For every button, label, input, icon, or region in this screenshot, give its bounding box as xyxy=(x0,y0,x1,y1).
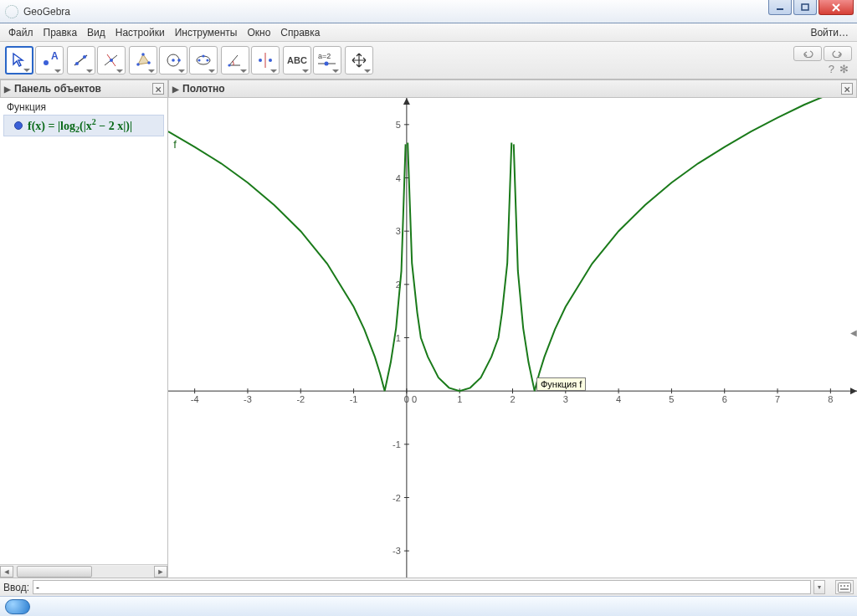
svg-point-19 xyxy=(206,59,208,61)
triangle-right-icon: ▶ xyxy=(172,85,179,94)
svg-point-21 xyxy=(228,64,230,66)
svg-text:4: 4 xyxy=(396,173,401,183)
command-input[interactable] xyxy=(33,580,811,594)
triangle-right-icon: ▶ xyxy=(4,85,11,94)
tool-circle[interactable] xyxy=(159,46,187,74)
undo-button[interactable] xyxy=(793,46,822,61)
svg-text:-1: -1 xyxy=(393,439,401,449)
svg-text:4: 4 xyxy=(616,394,621,404)
svg-text:-3: -3 xyxy=(393,546,401,556)
menu-view[interactable]: Вид xyxy=(82,25,110,40)
tool-point[interactable]: A xyxy=(35,46,64,74)
scroll-right-arrow[interactable]: ► xyxy=(154,566,167,578)
svg-text:8: 8 xyxy=(828,394,833,404)
tool-perpendicular[interactable] xyxy=(97,46,126,74)
svg-text:3: 3 xyxy=(563,394,568,404)
tool-angle[interactable] xyxy=(221,46,249,74)
undo-icon xyxy=(801,49,814,58)
svg-point-17 xyxy=(197,56,210,64)
svg-text:a=2: a=2 xyxy=(318,52,331,60)
visibility-dot-icon[interactable] xyxy=(14,121,23,130)
tool-reflect[interactable] xyxy=(251,46,280,74)
svg-rect-1 xyxy=(802,4,808,10)
toolbar-help-icon[interactable]: ? xyxy=(829,63,834,75)
menu-help[interactable]: Справка xyxy=(275,25,325,40)
window-title: GeoGebra xyxy=(23,6,768,18)
sidebar-horizontal-scrollbar[interactable]: ◄ ► xyxy=(0,564,167,578)
input-history-dropdown[interactable]: ▾ xyxy=(813,580,825,594)
svg-point-13 xyxy=(147,61,151,64)
svg-text:-2: -2 xyxy=(393,493,401,503)
window-controls xyxy=(768,0,854,15)
tool-slider[interactable]: a=2 xyxy=(313,46,341,74)
scroll-left-arrow[interactable]: ◄ xyxy=(0,566,13,578)
svg-rect-78 xyxy=(840,588,849,590)
panel-header-objects[interactable]: ▶ Панель объектов ⨯ xyxy=(0,80,168,98)
tool-line[interactable] xyxy=(67,46,95,74)
svg-text:7: 7 xyxy=(775,394,780,404)
svg-marker-10 xyxy=(138,54,149,64)
svg-text:-3: -3 xyxy=(244,394,252,404)
menu-window[interactable]: Окно xyxy=(242,25,275,40)
svg-text:5: 5 xyxy=(396,120,401,130)
tool-ellipse[interactable] xyxy=(189,46,218,74)
object-formula: f(x) = |log2(|x2 − 2 x|)| xyxy=(28,117,132,134)
tool-polygon[interactable] xyxy=(129,46,157,74)
svg-rect-77 xyxy=(847,585,849,587)
svg-line-4 xyxy=(74,55,87,65)
input-bar: Ввод: ▾ xyxy=(0,578,857,596)
close-button[interactable] xyxy=(819,0,854,15)
redo-icon xyxy=(831,49,844,58)
menu-edit[interactable]: Правка xyxy=(38,25,83,40)
object-category[interactable]: Функция xyxy=(3,100,164,115)
scroll-track[interactable] xyxy=(13,566,154,578)
right-expander-icon[interactable]: ◀ xyxy=(850,328,857,348)
panel-close-canvas[interactable]: ⨯ xyxy=(841,83,853,95)
keyboard-icon xyxy=(838,583,851,593)
svg-point-11 xyxy=(136,63,140,66)
toolbar-preferences-icon[interactable]: ✻ xyxy=(839,63,849,75)
tool-move[interactable] xyxy=(5,46,33,74)
input-label: Ввод: xyxy=(3,582,29,593)
graphics-canvas[interactable]: -4-3-2-1012345678-3-2-1123450f Функция f… xyxy=(168,98,857,578)
svg-rect-75 xyxy=(840,585,842,587)
svg-rect-76 xyxy=(844,585,845,587)
virtual-keyboard-button[interactable] xyxy=(835,580,854,594)
panel-header-canvas[interactable]: ▶ Полотно ⨯ xyxy=(168,80,857,98)
svg-point-9 xyxy=(110,59,113,62)
menu-file[interactable]: Файл xyxy=(3,25,38,40)
svg-text:5: 5 xyxy=(669,394,674,404)
plot-svg: -4-3-2-1012345678-3-2-1123450f xyxy=(168,98,857,578)
redo-button[interactable] xyxy=(824,46,852,61)
svg-point-6 xyxy=(83,55,86,59)
scroll-thumb[interactable] xyxy=(17,566,92,578)
tool-move-view[interactable] xyxy=(345,46,373,74)
svg-text:2: 2 xyxy=(510,394,515,404)
svg-text:-4: -4 xyxy=(191,394,199,404)
svg-text:f: f xyxy=(173,138,177,151)
menu-tools[interactable]: Инструменты xyxy=(170,25,243,40)
object-item-f[interactable]: f(x) = |log2(|x2 − 2 x|)| xyxy=(3,115,164,136)
maximize-button[interactable] xyxy=(793,0,817,15)
svg-point-18 xyxy=(198,59,200,61)
svg-text:-1: -1 xyxy=(350,394,358,404)
start-button[interactable] xyxy=(5,599,30,614)
svg-text:0: 0 xyxy=(404,394,409,404)
svg-text:-2: -2 xyxy=(296,394,305,404)
svg-text:1: 1 xyxy=(396,333,401,343)
svg-line-8 xyxy=(107,54,115,66)
svg-text:A: A xyxy=(51,51,59,62)
svg-text:1: 1 xyxy=(457,394,462,404)
panel-title-canvas: Полотно xyxy=(182,83,225,95)
svg-point-23 xyxy=(259,59,262,62)
panel-close-objects[interactable]: ⨯ xyxy=(152,83,164,95)
minimize-button[interactable] xyxy=(768,0,792,15)
login-link[interactable]: Войти… xyxy=(805,25,854,40)
window-titlebar: GeoGebra xyxy=(0,0,857,23)
svg-text:0: 0 xyxy=(412,394,417,404)
tool-text[interactable]: ABC xyxy=(283,46,311,74)
os-taskbar xyxy=(0,596,857,616)
svg-point-14 xyxy=(167,54,179,66)
svg-point-12 xyxy=(141,53,145,56)
menu-settings[interactable]: Настройки xyxy=(110,25,170,40)
